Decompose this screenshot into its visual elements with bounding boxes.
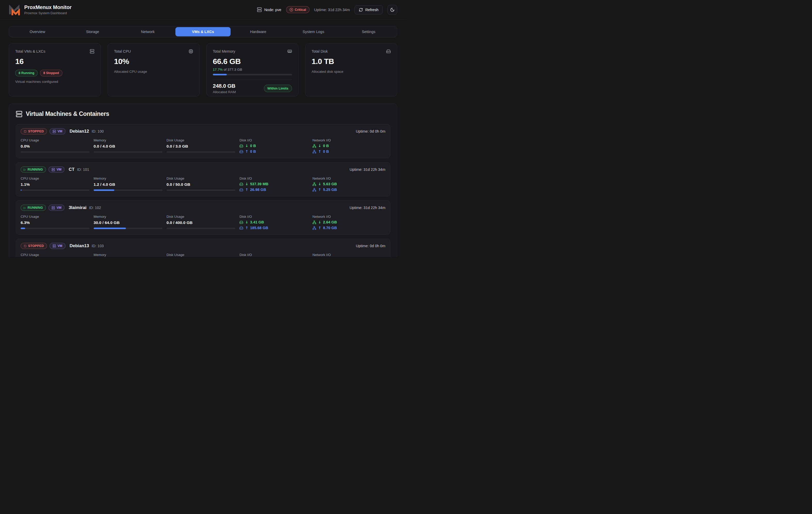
cpu-usage-bar	[21, 228, 89, 229]
total-disk-value: 1.0 TB	[312, 57, 391, 66]
refresh-button-label: Refresh	[365, 8, 378, 12]
stopped-count-badge: 8 Stopped	[40, 70, 62, 76]
vm-row[interactable]: STOPPED VM Debian13 ID: 103 Uptime: 0d 0…	[16, 239, 390, 257]
vm-rows: STOPPED VM Debian12 ID: 100 Uptime: 0d 0…	[16, 124, 390, 257]
vm-id: ID: 102	[89, 206, 101, 210]
memory-bar	[94, 190, 163, 191]
vm-type-badge: VM	[49, 166, 64, 173]
tab-storage[interactable]: Storage	[65, 27, 120, 36]
disk-write-line: ↑26.98 GB	[239, 188, 312, 192]
memory-metric: Memory 1.2 / 4.0 GB	[94, 176, 167, 192]
network-icon	[312, 182, 316, 186]
vm-type-badge: VM	[50, 128, 65, 135]
network-in-line: ↓2.64 GB	[312, 220, 385, 224]
server-icon	[257, 7, 262, 12]
card-subtitle: Allocated disk space	[312, 70, 391, 74]
brand: ProxMenux Monitor Proxmox System Dashboa…	[9, 4, 71, 16]
refresh-icon	[359, 8, 363, 12]
allocated-ram-value: 248.0 GB	[213, 83, 236, 89]
card-title: Total VMs & LXCs	[15, 49, 46, 53]
vm-icon	[53, 245, 56, 248]
cpu-usage-bar	[21, 190, 89, 191]
hard-drive-icon	[239, 220, 243, 224]
status-badge: Critical	[286, 6, 310, 13]
vm-id: ID: 103	[92, 244, 104, 248]
app-subtitle: Proxmox System Dashboard	[24, 11, 71, 15]
vm-uptime: Uptime: 31d 22h 34m	[349, 168, 385, 172]
disk-usage-metric: Disk Usage 0.0 / 3.0 GB	[167, 138, 240, 153]
vm-name: 3laimirai	[68, 205, 86, 210]
total-vms-card: Total VMs & LXCs 16 8 Running 8 Stopped …	[9, 43, 101, 96]
vm-name: CT	[68, 167, 75, 172]
card-subtitle: Virtual machines configured	[15, 80, 94, 84]
network-icon	[312, 188, 316, 192]
disk-io-metric: Disk I/O ↓0 B ↑0 B	[239, 138, 312, 153]
disk-io-metric: Disk I/O ↓3.41 GB ↑185.68 GB	[239, 215, 312, 230]
server-icon	[90, 49, 94, 54]
vm-status-badge: STOPPED	[21, 128, 47, 135]
vm-row[interactable]: ▷ RUNNING VM CT ID: 101 Uptime: 31d 22h …	[16, 162, 390, 196]
card-title: Total CPU	[114, 49, 131, 53]
total-cpu-card: Total CPU 10% Allocated CPU usage	[108, 43, 200, 96]
total-vms-value: 16	[15, 57, 94, 66]
system-uptime: Uptime: 31d 22h 34m	[314, 8, 350, 12]
network-out-line: ↑0 B	[312, 149, 385, 153]
stat-cards: Total VMs & LXCs 16 8 Running 8 Stopped …	[9, 43, 397, 96]
network-out-line: ↑8.70 GB	[312, 226, 385, 230]
disk-io-metric: Disk I/O ↓537.39 MB ↑26.98 GB	[239, 176, 312, 192]
total-memory-value: 66.6 GB	[213, 57, 292, 66]
vm-type-badge: VM	[49, 205, 64, 211]
refresh-button[interactable]: Refresh	[354, 5, 383, 15]
network-out-line: ↑5.25 GB	[312, 188, 385, 192]
hard-drive-icon	[239, 144, 243, 148]
hard-drive-icon	[239, 188, 243, 192]
cpu-usage-metric: CPU Usage 1.1%	[21, 176, 94, 192]
vm-icon	[53, 130, 56, 133]
total-cpu-value: 10%	[114, 57, 193, 66]
memory-metric: Memory 30.0 / 64.0 GB	[94, 215, 167, 230]
network-io-metric: Network I/O ↓0 B ↑0 B	[312, 138, 385, 153]
vm-list-section: Virtual Machines & Containers STOPPED VM…	[9, 104, 397, 257]
memory-bar	[94, 151, 163, 153]
hard-drive-icon	[386, 49, 391, 54]
cpu-usage-metric: CPU Usage 6.3%	[21, 215, 94, 230]
disk-read-line: ↓537.39 MB	[239, 182, 312, 186]
vm-name: Debian12	[70, 129, 89, 134]
vm-uptime: Uptime: 31d 22h 34m	[349, 206, 385, 210]
vm-row[interactable]: STOPPED VM Debian12 ID: 100 Uptime: 0d 0…	[16, 124, 390, 158]
memory-progress-bar	[213, 74, 292, 75]
memory-percent-line: 17.7% of 377.3 GB	[213, 67, 292, 72]
network-icon	[312, 150, 316, 153]
status-icon	[24, 130, 27, 133]
divider	[213, 79, 292, 80]
disk-usage-metric: Disk Usage 0.0 / 50.0 GB	[167, 176, 240, 192]
cpu-usage-bar	[21, 151, 89, 153]
vm-row[interactable]: ▷ RUNNING VM 3laimirai ID: 102 Uptime: 3…	[16, 200, 390, 234]
status-icon	[24, 245, 27, 248]
tab-vms-lxcs[interactable]: VMs & LXCs	[175, 27, 231, 36]
disk-write-line: ↑0 B	[239, 149, 312, 153]
disk-usage-bar	[167, 228, 235, 229]
theme-toggle-button[interactable]	[387, 5, 397, 15]
cpu-icon	[188, 49, 193, 54]
play-icon: ▷	[24, 168, 26, 171]
tab-hardware[interactable]: Hardware	[231, 27, 286, 36]
network-in-line: ↓0 B	[312, 144, 385, 148]
tab-system-logs[interactable]: System Logs	[286, 27, 341, 36]
tab-overview[interactable]: Overview	[10, 27, 65, 36]
memory-bar	[94, 228, 163, 229]
memory-metric: Memory 0.0 / 4.0 GB	[94, 138, 167, 153]
disk-usage-metric: Disk Usage 0.0 / 3.0 GB	[167, 253, 240, 257]
hard-drive-icon	[239, 150, 243, 153]
disk-write-line: ↑185.68 GB	[239, 226, 312, 230]
tab-network[interactable]: Network	[120, 27, 175, 36]
memory-percent: 17.7%	[213, 67, 223, 72]
vm-icon	[52, 206, 55, 209]
play-icon: ▷	[24, 206, 26, 209]
memory-progress-fill	[213, 74, 227, 75]
proxmenux-logo-icon	[9, 4, 21, 16]
tab-settings[interactable]: Settings	[341, 27, 396, 36]
card-subtitle: Allocated CPU usage	[114, 70, 193, 74]
disk-read-line: ↓3.41 GB	[239, 220, 312, 224]
status-badge-label: Critical	[295, 8, 306, 11]
